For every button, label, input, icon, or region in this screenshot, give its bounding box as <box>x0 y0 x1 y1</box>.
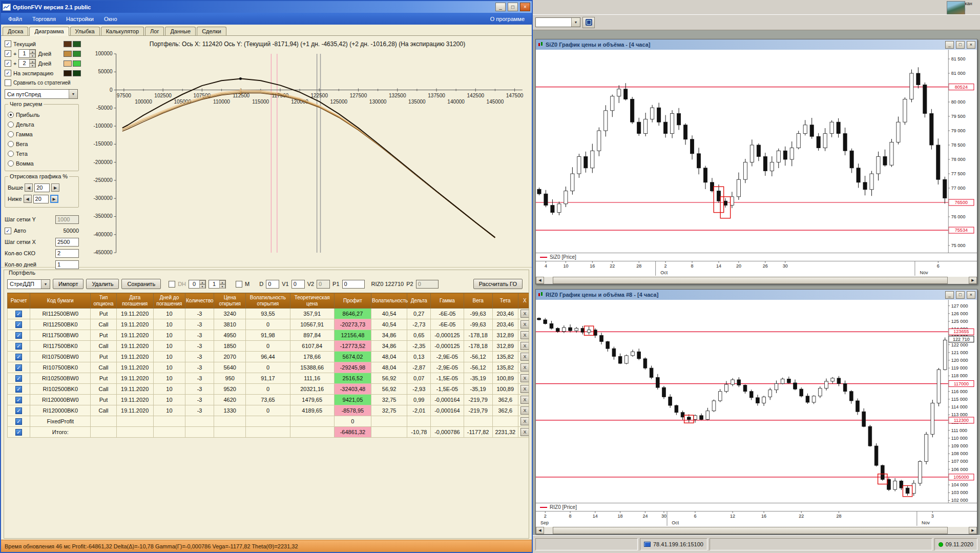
delete-row-button[interactable]: X <box>520 310 529 318</box>
titlebar[interactable]: OptionFVV версия 2.1 public _ □ × <box>1 1 532 13</box>
column-header[interactable]: Волатильность <box>371 293 407 309</box>
table-row[interactable]: ✓RI102500BK0Call19.11.202010-39520020321… <box>8 384 530 395</box>
table-row[interactable]: ✓RI107500BW0Put19.11.202010-3207096,4417… <box>8 352 530 362</box>
close-button[interactable]: × <box>967 41 975 49</box>
column-header[interactable]: X <box>518 293 529 309</box>
maximize-button[interactable]: □ <box>956 291 965 299</box>
dh2-spinner[interactable]: 1 ▲▼ <box>208 280 226 289</box>
delete-row-button[interactable]: X <box>520 320 529 329</box>
siz0-candlestick-chart[interactable]: 75 00075 50076 00076 50077 00077 50078 0… <box>536 50 977 276</box>
delete-row-button[interactable]: X <box>520 406 529 415</box>
spinner-arrows[interactable]: ▲▼ <box>199 280 205 288</box>
draw-option-row[interactable]: Прибыль <box>8 110 76 119</box>
table-row[interactable]: ✓RI112500BW0Put19.11.202010-3324093,5535… <box>8 309 530 319</box>
scrollbar-track[interactable] <box>544 277 969 284</box>
menu-trading[interactable]: Торговля <box>27 14 61 24</box>
scroll-right-icon[interactable]: ▶ <box>969 277 977 284</box>
siz0-horizontal-scrollbar[interactable]: ◀ ▶ <box>536 276 977 284</box>
scrollbar-track[interactable] <box>544 527 969 534</box>
delete-row-button[interactable]: X <box>520 374 529 382</box>
calc-margin-button[interactable]: Рассчитать ГО <box>473 279 523 289</box>
close-button[interactable]: × <box>967 291 975 299</box>
column-header[interactable]: Цена открытия <box>214 293 246 309</box>
draw-option-row[interactable]: Гамма <box>8 129 76 139</box>
grid-y-input[interactable] <box>55 215 79 224</box>
down-arrow-icon[interactable]: ▼ <box>219 284 225 289</box>
riz0-titlebar[interactable]: RIZ0 График цены и объёма #8 - [4 часа] … <box>536 290 977 300</box>
plus2-checkbox[interactable] <box>5 60 11 67</box>
days-count-input[interactable] <box>55 260 79 269</box>
draw-option-row[interactable]: Вомма <box>8 158 76 168</box>
row-calc-checkbox[interactable]: ✓ <box>15 429 22 436</box>
draw-option-row[interactable]: Дельта <box>8 119 76 129</box>
spinner-arrows[interactable]: ▲▼ <box>219 280 225 288</box>
menu-about[interactable]: О программе <box>485 14 530 24</box>
toolbar-button[interactable] <box>582 17 595 28</box>
column-header[interactable]: Гамма <box>431 293 464 309</box>
desktop-icon[interactable]: Американ Теп <box>946 1 977 12</box>
p2-input[interactable] <box>416 280 439 289</box>
radio-button[interactable] <box>8 131 14 137</box>
table-row[interactable]: ✓Итого:-64861,32-10,78-0,000786-1177,822… <box>8 427 530 438</box>
down-arrow-icon[interactable]: ▼ <box>29 54 35 58</box>
spinner-arrows[interactable]: ▲▼ <box>29 59 35 67</box>
column-header[interactable]: Теоретическая цена <box>290 293 334 309</box>
row-calc-checkbox[interactable]: ✓ <box>15 321 22 328</box>
instrument-combo[interactable]: ▼ <box>535 17 580 27</box>
delete-row-button[interactable]: X <box>520 363 529 372</box>
menu-file[interactable]: Файл <box>3 14 27 24</box>
tab-diagram[interactable]: Диаграмма <box>29 27 69 36</box>
menu-settings[interactable]: Настройки <box>61 14 99 24</box>
riz0-horizontal-scrollbar[interactable]: ◀ ▶ <box>536 526 977 534</box>
tab-deals[interactable]: Сделки <box>197 27 226 35</box>
delete-row-button[interactable]: X <box>520 417 529 425</box>
siz0-titlebar[interactable]: SiZ0 График цены и объёма - [4 часа] _ □… <box>536 39 977 50</box>
v1-input[interactable] <box>291 280 305 289</box>
column-header[interactable]: Тета <box>492 293 518 309</box>
below-input[interactable] <box>33 195 49 203</box>
delete-row-button[interactable]: X <box>520 353 529 361</box>
scroll-right-icon[interactable]: ▶ <box>969 527 977 534</box>
maximize-button[interactable]: □ <box>956 41 965 49</box>
draw-option-row[interactable]: Вега <box>8 139 76 149</box>
column-header[interactable]: Вега <box>464 293 492 309</box>
minimize-button[interactable]: _ <box>945 291 954 299</box>
minimize-button[interactable]: _ <box>495 3 506 11</box>
increase-above-button[interactable]: ▶ <box>51 183 59 192</box>
delete-row-button[interactable]: X <box>520 428 529 436</box>
import-button[interactable]: Импорт <box>53 279 84 289</box>
delete-row-button[interactable]: X <box>520 342 529 350</box>
auto-checkbox[interactable] <box>5 228 11 234</box>
grid-x-input[interactable] <box>55 238 79 247</box>
riz0-candlestick-chart[interactable]: 102 000103 000104 000105 000106 000107 0… <box>536 300 977 526</box>
up-arrow-icon[interactable]: ▲ <box>29 50 35 54</box>
chevron-down-icon[interactable]: ▼ <box>69 90 77 98</box>
decrease-above-button[interactable]: ◀ <box>25 183 33 192</box>
column-header[interactable]: Дата погашения <box>116 293 153 309</box>
maximize-button[interactable]: □ <box>508 3 518 11</box>
row-calc-checkbox[interactable]: ✓ <box>15 343 22 350</box>
row-calc-checkbox[interactable]: ✓ <box>15 332 22 339</box>
column-header[interactable]: Волатильность открытия <box>246 293 290 309</box>
dh1-spinner[interactable]: 0 ▲▼ <box>189 280 206 289</box>
table-row[interactable]: ✓RI120000BW0Put19.11.202010-3462073,6514… <box>8 395 530 405</box>
row-calc-checkbox[interactable]: ✓ <box>15 311 22 317</box>
above-input[interactable] <box>34 183 50 192</box>
plus1-days-spinner[interactable]: 1 ▲▼ <box>18 49 36 58</box>
column-header[interactable]: Профит <box>334 293 371 309</box>
radio-button[interactable] <box>8 141 14 147</box>
table-row[interactable]: ✓RI107500BK0Call19.11.202010-35640015388… <box>8 362 530 373</box>
minimize-button[interactable]: _ <box>945 41 954 49</box>
tab-log[interactable]: Лог <box>145 27 164 35</box>
delete-row-button[interactable]: X <box>520 331 529 339</box>
down-arrow-icon[interactable]: ▼ <box>29 64 35 68</box>
delete-row-button[interactable]: X <box>520 385 529 393</box>
save-button[interactable]: Сохранить <box>121 279 161 289</box>
table-row[interactable]: ✓RI102500BW0Put19.11.202010-395091,17111… <box>8 373 530 384</box>
up-arrow-icon[interactable]: ▲ <box>29 59 35 64</box>
row-calc-checkbox[interactable]: ✓ <box>15 354 22 360</box>
row-calc-checkbox[interactable]: ✓ <box>15 418 22 425</box>
tab-calculator[interactable]: Калькулятор <box>101 27 144 35</box>
row-calc-checkbox[interactable]: ✓ <box>15 407 22 414</box>
sko-input[interactable] <box>55 249 79 258</box>
